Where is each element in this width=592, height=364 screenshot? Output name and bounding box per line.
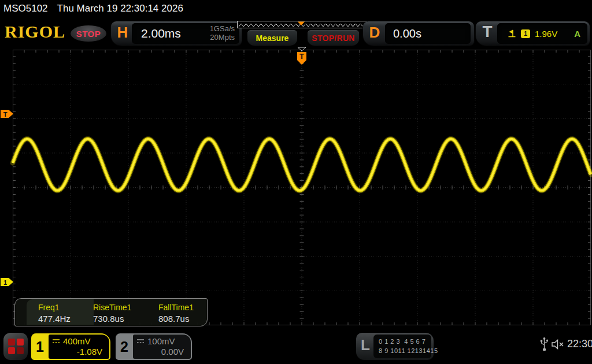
digital-channels-panel[interactable]: L 0 1 2 3 4 5 6 7 8 9 1011 12131415 — [356, 333, 434, 360]
channel-1-number: 1 — [31, 333, 49, 360]
channel-2-panel[interactable]: 2 100mV 0.00V — [116, 333, 192, 360]
channel-1-offset: -1.08V — [52, 347, 105, 356]
horizontal-label: H — [114, 24, 131, 42]
delay-value: 0.00s — [393, 27, 421, 40]
delay-well: 0.00s — [385, 23, 471, 44]
trigger-edge-icon — [508, 29, 516, 38]
sample-rate: 1GSa/s — [210, 25, 235, 34]
channel-1-body: 400mV -1.08V — [49, 335, 109, 359]
svg-text:1: 1 — [3, 279, 7, 286]
channel-2-offset: 0.00V — [136, 347, 186, 356]
trigger-panel[interactable]: T 1 1.96V A — [476, 21, 590, 46]
oscilloscope-screen: MSO5102Thu March 19 22:30:14 2026 RIGOL … — [0, 0, 592, 364]
channel-1-scale: 400mV — [63, 336, 91, 346]
measurement-label: RiseTime1 — [93, 303, 131, 312]
trigger-label: T — [479, 23, 495, 41]
channel-2-scale: 100mV — [147, 336, 175, 346]
clock: 22:30 — [567, 338, 592, 350]
measurement-value: 730.8us — [93, 314, 124, 324]
rigol-logo: RIGOL — [5, 22, 65, 42]
trigger-source-badge: 1 — [521, 29, 530, 38]
speaker-muted-icon[interactable] — [551, 339, 565, 350]
dc-coupling-icon — [136, 339, 145, 344]
delay-panel[interactable]: D 0.00s — [363, 21, 474, 46]
run-state-badge: STOP — [71, 25, 106, 42]
horizontal-well: 2.00ms 1GSa/s 20Mpts — [132, 23, 239, 44]
svg-text:T: T — [299, 52, 304, 61]
trigger-level-value: 1.96V — [535, 29, 557, 39]
horizontal-panel[interactable]: H 2.00ms 1GSa/s 20Mpts — [111, 21, 242, 46]
timebase-scale: 2.00ms — [141, 27, 210, 40]
measurement-value: 477.4Hz — [38, 314, 71, 324]
measure-button[interactable]: Measure — [247, 30, 297, 46]
channel-2-body: 100mV 0.00V — [133, 335, 191, 359]
measurement-value: 808.7us — [158, 314, 189, 324]
digital-channels-list: 0 1 2 3 4 5 6 7 8 9 1011 12131415 — [373, 335, 431, 358]
usb-icon — [539, 337, 549, 352]
measurement-results-box[interactable]: Freq1 477.4Hz RiseTime1 730.8us FallTime… — [14, 298, 208, 326]
main-menu-button[interactable] — [3, 333, 28, 360]
svg-text:T: T — [3, 111, 8, 118]
top-info-bar: MSO5102Thu March 19 22:30:14 2026 — [3, 3, 183, 14]
channel-2-number: 2 — [116, 333, 133, 360]
digital-row-2: 8 9 1011 12131415 — [379, 347, 431, 356]
digital-row-1: 0 1 2 3 4 5 6 7 — [379, 337, 431, 347]
channel-1-trace-core — [13, 139, 591, 191]
menu-grid-icon — [8, 339, 24, 354]
trigger-well: 1 1.96V A — [497, 23, 587, 44]
digital-channels-label: L — [361, 336, 370, 354]
delay-label: D — [367, 24, 383, 42]
channel-1-panel[interactable]: 1 400mV -1.08V — [31, 333, 110, 360]
acquisition-rates: 1GSa/s 20Mpts — [210, 25, 235, 42]
model-name: MSO5102 — [3, 3, 48, 14]
stop-run-button[interactable]: STOP/RUN — [308, 30, 359, 46]
datetime: Thu March 19 22:30:14 2026 — [57, 3, 183, 14]
waveform-display[interactable]: TT1 — [0, 46, 592, 329]
trigger-sweep-mode: A — [574, 29, 580, 39]
memory-depth: 20Mpts — [210, 34, 235, 42]
measurement-label: Freq1 — [38, 303, 60, 312]
dc-coupling-icon — [52, 339, 60, 344]
memory-position-strip[interactable] — [237, 21, 367, 29]
measurement-label: FallTime1 — [158, 303, 194, 312]
